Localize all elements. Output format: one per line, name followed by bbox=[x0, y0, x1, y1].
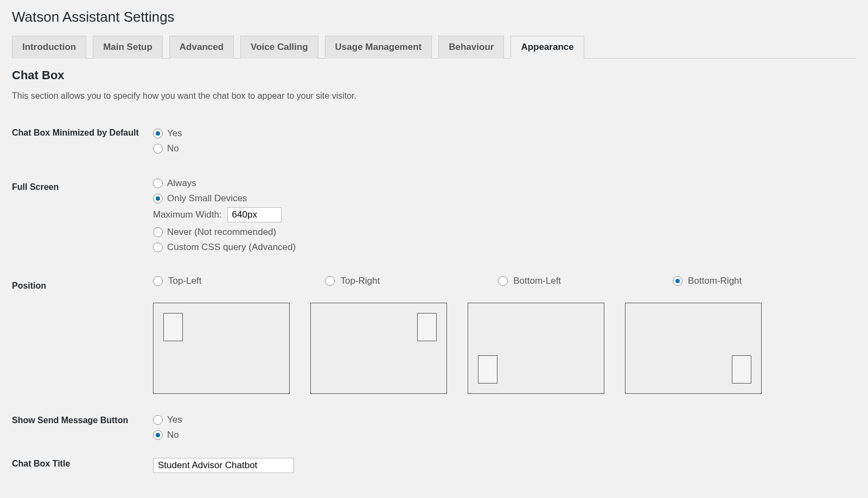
section-description: This section allows you to specify how y… bbox=[12, 91, 856, 101]
position-tr-radio[interactable] bbox=[325, 276, 335, 286]
position-bl-diagram[interactable] bbox=[468, 303, 604, 394]
fullscreen-always-radio[interactable] bbox=[153, 178, 163, 188]
max-width-label: Maximum Width: bbox=[153, 209, 222, 220]
fullscreen-always-label: Always bbox=[167, 177, 196, 190]
minimized-yes-radio[interactable] bbox=[153, 129, 163, 138]
tab-introduction[interactable]: Introduction bbox=[12, 36, 86, 59]
position-tl-diagram[interactable] bbox=[153, 303, 290, 394]
position-br-label: Bottom-Right bbox=[688, 276, 742, 286]
position-tr-diagram[interactable] bbox=[310, 303, 447, 394]
fullscreen-small-label: Only Small Devices bbox=[167, 192, 247, 205]
tabs-bar: Introduction Main Setup Advanced Voice C… bbox=[12, 35, 856, 59]
send-yes-label: Yes bbox=[167, 413, 182, 426]
settings-form: Chat Box Minimized by Default Yes No Ful… bbox=[12, 123, 856, 488]
fullscreen-never-radio[interactable] bbox=[153, 227, 163, 237]
position-tl-label: Top-Left bbox=[168, 276, 201, 286]
send-no-radio[interactable] bbox=[153, 430, 163, 440]
fullscreen-small-radio[interactable] bbox=[153, 194, 163, 203]
tab-advanced[interactable]: Advanced bbox=[169, 36, 234, 59]
tab-appearance[interactable]: Appearance bbox=[510, 36, 584, 59]
position-tl-radio[interactable] bbox=[153, 276, 163, 286]
position-label: Position bbox=[12, 271, 153, 409]
fullscreen-custom-label: Custom CSS query (Advanced) bbox=[167, 241, 296, 254]
send-no-label: No bbox=[167, 429, 179, 442]
tab-voice-calling[interactable]: Voice Calling bbox=[240, 36, 318, 59]
send-button-label: Show Send Message Button bbox=[12, 409, 153, 454]
send-yes-radio[interactable] bbox=[153, 415, 163, 425]
max-width-input[interactable] bbox=[227, 207, 282, 222]
position-bl-radio[interactable] bbox=[498, 276, 508, 286]
minimized-yes-label: Yes bbox=[167, 127, 182, 140]
position-tr-label: Top-Right bbox=[340, 276, 380, 286]
position-br-diagram[interactable] bbox=[625, 303, 762, 394]
minimized-no-radio[interactable] bbox=[153, 144, 163, 154]
position-br-radio[interactable] bbox=[673, 276, 682, 286]
chat-title-input[interactable] bbox=[153, 458, 294, 473]
position-bl-label: Bottom-Left bbox=[513, 276, 561, 286]
chat-title-label: Chat Box Title bbox=[12, 454, 153, 488]
fullscreen-never-label: Never (Not recommended) bbox=[167, 226, 276, 239]
fullscreen-custom-radio[interactable] bbox=[153, 242, 163, 252]
section-title: Chat Box bbox=[12, 68, 856, 82]
fullscreen-label: Full Screen bbox=[12, 173, 153, 271]
minimized-label: Chat Box Minimized by Default bbox=[12, 123, 153, 173]
page-title: Watson Assistant Settings bbox=[12, 9, 856, 25]
tab-behaviour[interactable]: Behaviour bbox=[438, 36, 504, 59]
minimized-no-label: No bbox=[167, 142, 179, 155]
tab-usage-management[interactable]: Usage Management bbox=[325, 36, 432, 59]
tab-main-setup[interactable]: Main Setup bbox=[93, 36, 163, 59]
